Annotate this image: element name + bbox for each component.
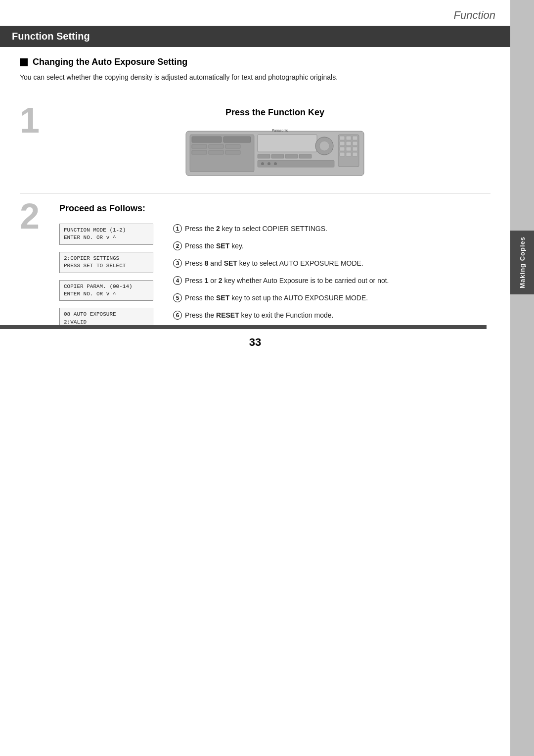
- bold-key-2: 2: [216, 225, 220, 233]
- lcd-screen-1-line1: FUNCTION MODE (1-2): [64, 227, 149, 234]
- bold-key-2b: 2: [219, 277, 222, 284]
- bottom-bar: [0, 325, 487, 329]
- instructions-list: 1 Press the 2 key to select COPIER SETTI…: [173, 224, 490, 321]
- svg-rect-29: [285, 154, 298, 158]
- lcd-screen-1: FUNCTION MODE (1-2) ENTER NO. OR v ^: [59, 224, 153, 245]
- svg-text:Panasonic: Panasonic: [272, 129, 288, 132]
- sidebar-label: Making Copies: [519, 236, 526, 288]
- svg-rect-22: [346, 147, 351, 151]
- bold-key-set: SET: [216, 242, 229, 250]
- lcd-screen-1-line2: ENTER NO. OR v ^: [64, 234, 149, 241]
- lcd-screen-3-line2: ENTER NO. OR v ^: [64, 290, 149, 298]
- heading-title: Changing the Auto Exposure Setting: [33, 57, 187, 67]
- instruction-3: 3 Press 8 and SET key to select AUTO EXP…: [173, 258, 490, 269]
- svg-point-33: [267, 162, 270, 165]
- right-sidebar: Making Copies: [510, 0, 534, 756]
- instruction-4: 4 Press 1 or 2 key whether Auto Exposure…: [173, 276, 490, 286]
- svg-point-34: [274, 162, 277, 165]
- svg-rect-26: [353, 152, 357, 156]
- step1-content: Press the Function Key: [59, 107, 490, 183]
- svg-rect-25: [346, 152, 351, 156]
- svg-rect-15: [340, 136, 345, 140]
- svg-rect-2: [192, 137, 222, 142]
- lcd-screen-4-line1: 08 AUTO EXPOSURE: [64, 311, 149, 318]
- bold-key-set3: SET: [216, 294, 229, 302]
- lcd-screen-2-line1: 2:COPIER SETTINGS: [64, 255, 149, 262]
- step2-number: 2: [20, 198, 54, 234]
- section-heading: Changing the Auto Exposure Setting: [20, 57, 490, 67]
- step1-number: 1: [20, 102, 54, 138]
- instruction-6-num: 6: [173, 311, 182, 320]
- instruction-5: 5 Press the SET key to set up the AUTO E…: [173, 293, 490, 303]
- svg-rect-7: [192, 150, 207, 154]
- content-area: Changing the Auto Exposure Setting You c…: [0, 47, 510, 359]
- svg-rect-10: [258, 135, 317, 152]
- lcd-screen-2: 2:COPIER SETTINGS PRESS SET TO SELECT: [59, 252, 153, 273]
- bold-key-reset: RESET: [216, 311, 239, 319]
- svg-rect-9: [225, 150, 240, 154]
- svg-rect-18: [340, 142, 345, 145]
- svg-rect-20: [353, 142, 357, 145]
- instruction-1: 1 Press the 2 key to select COPIER SETTI…: [173, 224, 490, 234]
- instruction-1-num: 1: [173, 224, 182, 233]
- svg-rect-21: [340, 147, 345, 151]
- instruction-1-text: Press the 2 key to select COPIER SETTING…: [185, 224, 490, 234]
- step2-container: 2 Proceed as Follows: FUNCTION MODE (1-2…: [20, 193, 490, 339]
- copier-image: Panasonic: [181, 124, 369, 183]
- instruction-2: 2 Press the SET key.: [173, 241, 490, 251]
- sidebar-making-copies: Making Copies: [510, 231, 534, 294]
- section-description: You can select whether the copying densi…: [20, 72, 391, 83]
- svg-point-13: [319, 141, 329, 151]
- svg-rect-8: [209, 150, 223, 154]
- svg-rect-27: [258, 154, 270, 158]
- svg-rect-5: [209, 144, 223, 148]
- step2-content: Proceed as Follows: FUNCTION MODE (1-2) …: [59, 203, 490, 329]
- svg-rect-6: [225, 144, 240, 148]
- bold-key-8: 8: [205, 259, 209, 267]
- svg-rect-23: [353, 147, 357, 151]
- display-screens: FUNCTION MODE (1-2) ENTER NO. OR v ^ 2:C…: [59, 224, 158, 329]
- step1-row: Press the Function Key: [59, 107, 490, 183]
- main-content: Function Function Setting Changing the A…: [0, 0, 510, 359]
- instruction-5-text: Press the SET key to set up the AUTO EXP…: [185, 293, 490, 303]
- step2-layout: FUNCTION MODE (1-2) ENTER NO. OR v ^ 2:C…: [59, 224, 490, 329]
- instruction-2-text: Press the SET key.: [185, 241, 490, 251]
- instruction-6: 6 Press the RESET key to exit the Functi…: [173, 310, 490, 321]
- instruction-5-num: 5: [173, 293, 182, 302]
- instruction-4-num: 4: [173, 276, 182, 285]
- section-header-bar: Function Setting: [0, 26, 510, 47]
- lcd-screen-3-line1: COPIER PARAM. (00-14): [64, 283, 149, 290]
- svg-rect-24: [340, 152, 345, 156]
- instruction-3-num: 3: [173, 259, 182, 268]
- step1-image-area: Press the Function Key: [59, 107, 490, 183]
- instruction-4-text: Press 1 or 2 key whether Auto Exposure i…: [185, 276, 490, 286]
- function-label: Function: [0, 0, 510, 26]
- lcd-screen-3: COPIER PARAM. (00-14) ENTER NO. OR v ^: [59, 280, 153, 301]
- svg-rect-19: [346, 142, 351, 145]
- section-title: Function Setting: [12, 31, 498, 42]
- svg-rect-4: [192, 144, 207, 148]
- step1-title: Press the Function Key: [225, 107, 324, 118]
- svg-rect-16: [346, 136, 351, 140]
- svg-point-32: [261, 162, 264, 165]
- svg-rect-28: [271, 154, 284, 158]
- instruction-6-text: Press the RESET key to exit the Function…: [185, 310, 490, 321]
- svg-rect-17: [353, 136, 357, 140]
- step2-title: Proceed as Follows:: [59, 203, 490, 214]
- instruction-3-text: Press 8 and SET key to select AUTO EXPOS…: [185, 258, 490, 269]
- page-number: 33: [249, 336, 261, 349]
- lcd-screen-2-line2: PRESS SET TO SELECT: [64, 262, 149, 270]
- bold-key-set2: SET: [224, 259, 237, 267]
- bold-key-1: 1: [205, 277, 209, 284]
- instruction-2-num: 2: [173, 241, 182, 250]
- svg-rect-30: [299, 154, 312, 158]
- heading-icon: [20, 58, 28, 66]
- step1-container: 1 Press the Function Key: [20, 97, 490, 193]
- svg-rect-3: [223, 137, 251, 142]
